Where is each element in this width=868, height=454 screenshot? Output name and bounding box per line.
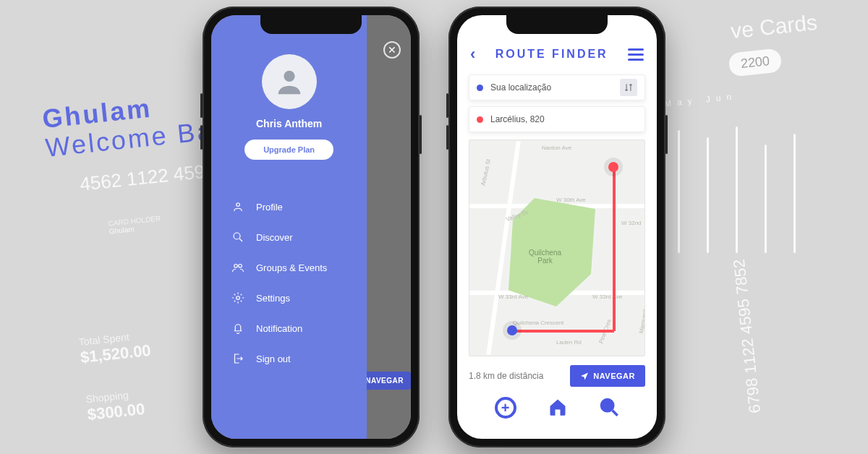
- street-label: Quilchena Crescent: [513, 320, 563, 326]
- page-title: ROUTE FINDER: [495, 48, 608, 61]
- tab-bar: +: [457, 393, 657, 430]
- user-name: Chris Anthem: [256, 118, 322, 129]
- tab-search-icon[interactable]: [599, 397, 619, 420]
- bg-badge: 2200: [728, 48, 782, 77]
- phone-left: NAVEGAR ✕ Chris Anthem Upgrade Plan Prof…: [203, 7, 420, 447]
- bg-cards-heading: ve Cards: [730, 10, 819, 43]
- street-label: Marguerite St: [638, 306, 645, 335]
- phone-right: ‹ ROUTE FINDER Sua localização Larcélius…: [448, 7, 665, 447]
- bg-cardholder-label: CARD HOLDER Ghulam: [108, 214, 162, 235]
- svg-point-1: [237, 203, 240, 207]
- menu-item-sign-out[interactable]: Sign out: [229, 343, 349, 374]
- street-label: W 32nd: [621, 220, 642, 226]
- upgrade-plan-button[interactable]: Upgrade Plan: [244, 140, 333, 160]
- menu-label: Sign out: [256, 354, 291, 364]
- svg-point-4: [239, 265, 242, 268]
- destination-pin-icon: [608, 162, 618, 172]
- origin-dot-icon: [477, 85, 483, 91]
- menu-item-profile[interactable]: Profile: [229, 192, 349, 222]
- avatar[interactable]: [262, 54, 317, 109]
- street-label: Laden Rd: [556, 339, 582, 346]
- route-line: [513, 330, 614, 333]
- destination-dot-icon: [477, 116, 483, 123]
- navigate-icon: [580, 372, 589, 380]
- search-icon: [231, 231, 244, 244]
- street-label: W 30th Ave: [556, 197, 586, 203]
- street-label: W 33rd Ave: [498, 294, 528, 300]
- gear-icon: [231, 291, 244, 304]
- drawer-overlay[interactable]: NAVEGAR ✕ Chris Anthem Upgrade Plan Prof…: [211, 15, 411, 439]
- menu-label: Groups & Events: [256, 262, 327, 273]
- menu-item-notification[interactable]: Notification: [229, 313, 349, 343]
- destination-field[interactable]: Larcélius, 820: [469, 106, 645, 132]
- back-icon[interactable]: ‹: [470, 45, 475, 64]
- menu-label: Profile: [256, 202, 283, 213]
- svg-point-6: [602, 400, 613, 411]
- origin-text: Sua localização: [490, 82, 551, 93]
- street-label: W 33rd Ave: [592, 294, 622, 300]
- svg-point-5: [237, 296, 240, 300]
- side-panel: Chris Anthem Upgrade Plan Profile Discov…: [211, 15, 367, 439]
- menu-label: Settings: [256, 293, 290, 304]
- park-label: Quilchena Park: [529, 249, 561, 265]
- svg-point-2: [234, 233, 240, 239]
- person-icon: [273, 65, 306, 98]
- signout-icon: [231, 352, 244, 365]
- destination-text: Larcélius, 820: [490, 114, 545, 124]
- distance-text: 1.8 km de distância: [469, 371, 543, 381]
- bg-card-number: 4562 1122 4595: [79, 159, 216, 195]
- street-label: Nanton Ave: [542, 145, 571, 151]
- route-line: [613, 166, 616, 331]
- swap-icon[interactable]: [620, 79, 637, 96]
- navigate-button[interactable]: NAVEGAR: [570, 365, 645, 387]
- svg-point-3: [234, 265, 238, 268]
- bell-icon: [231, 322, 244, 335]
- top-bar: ‹ ROUTE FINDER: [457, 34, 657, 74]
- menu-item-discover[interactable]: Discover: [229, 222, 349, 252]
- map[interactable]: Quilchena Park Nanton Ave Arbutus St W 3…: [469, 140, 645, 356]
- hamburger-icon[interactable]: [628, 46, 644, 64]
- bg-total-spent: Total Spent $1,520.00: [78, 329, 152, 367]
- menu-item-groups-events[interactable]: Groups & Events: [229, 252, 349, 283]
- tab-add-icon[interactable]: +: [495, 397, 516, 419]
- menu-label: Notification: [256, 323, 302, 334]
- bg-card2: 6798 1122 4595 7852: [730, 258, 765, 414]
- svg-point-0: [284, 71, 294, 82]
- groups-icon: [231, 261, 244, 274]
- tab-home-icon[interactable]: [548, 397, 568, 420]
- origin-field[interactable]: Sua localização: [469, 74, 645, 100]
- close-icon[interactable]: ✕: [383, 41, 401, 59]
- street-label: Arbutus St: [480, 158, 492, 186]
- profile-icon: [231, 200, 244, 213]
- menu-label: Discover: [256, 232, 293, 243]
- menu-list: Profile Discover Groups & Events Setting…: [211, 192, 367, 374]
- bg-shopping: Shopping $300.00: [85, 387, 146, 424]
- origin-pin-icon: [507, 325, 517, 335]
- navigate-label: NAVEGAR: [593, 372, 635, 380]
- menu-item-settings[interactable]: Settings: [229, 283, 349, 313]
